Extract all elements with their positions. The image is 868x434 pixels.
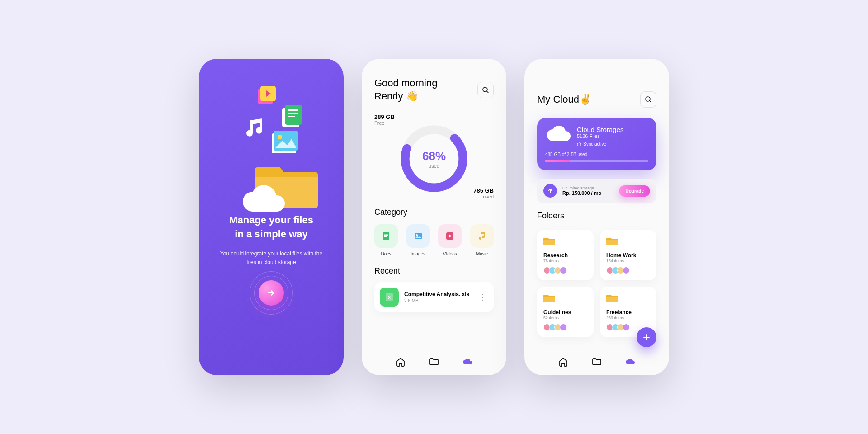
avatar <box>623 324 630 331</box>
mycloud-title: My Cloud✌️ <box>537 94 591 105</box>
recent-file-size: 2.6 MB <box>404 298 476 303</box>
category-icon <box>470 224 494 248</box>
onboarding-subtitle: You could integrate your local files wit… <box>217 250 326 267</box>
sync-icon <box>577 142 581 146</box>
upgrade-card: Unlimited storage Rp. 150.000 / mo Upgra… <box>537 179 656 203</box>
svg-point-2 <box>278 135 282 139</box>
nav-folder[interactable] <box>591 356 602 367</box>
dashboard-screen: Good morning Rendy 👋 289 GB Free 68% use… <box>362 59 506 375</box>
upgrade-button[interactable]: Upgrade <box>619 185 650 197</box>
svg-rect-25 <box>543 297 555 302</box>
category-label: Docs <box>381 251 392 256</box>
folder-count: 259 items <box>606 316 650 320</box>
folder-count: 78 items <box>543 259 587 263</box>
folder-name: Research <box>543 252 587 259</box>
folder-icon <box>606 236 618 246</box>
cloud-progress-bar <box>545 160 648 162</box>
category-music[interactable]: Music <box>470 224 494 256</box>
svg-rect-6 <box>285 105 302 125</box>
search-icon <box>482 86 489 94</box>
folder-name: Freelance <box>606 309 650 316</box>
bottom-nav <box>362 356 506 367</box>
category-icon <box>406 224 430 248</box>
upload-icon <box>543 184 557 198</box>
onboarding-title-line2: in a simple way <box>229 227 313 241</box>
upgrade-line1: Unlimited storage <box>562 186 601 190</box>
svg-rect-26 <box>606 297 618 302</box>
svg-rect-8 <box>288 113 298 114</box>
onboarding-title: Manage your files in a simple way <box>229 213 313 241</box>
doc-icon <box>282 105 303 128</box>
mycloud-screen: My Cloud✌️ Cloud Storages 5126 Files Syn… <box>524 59 669 375</box>
used-label: used <box>473 194 494 199</box>
category-videos[interactable]: VIdeos <box>438 224 462 256</box>
xls-icon: x <box>380 288 399 307</box>
avatar-stack <box>606 267 650 274</box>
nav-home[interactable] <box>558 356 569 367</box>
category-docs[interactable]: Docs <box>374 224 398 256</box>
storage-ring: 289 GB Free 68% used 785 GB used <box>374 113 494 204</box>
search-icon <box>645 96 652 103</box>
folder-card[interactable]: Home Work154 items <box>600 230 656 280</box>
folder-card[interactable]: Guidelines52 items <box>537 287 594 337</box>
used-value: 785 GB <box>473 187 494 194</box>
nav-cloud[interactable] <box>625 356 636 367</box>
svg-rect-15 <box>384 235 388 236</box>
category-icon <box>438 224 462 248</box>
upgrade-line2: Rp. 150.000 / mo <box>562 190 601 196</box>
nav-home[interactable] <box>395 356 406 367</box>
svg-rect-7 <box>288 109 298 111</box>
avatar <box>560 324 567 331</box>
bottom-nav <box>524 356 669 367</box>
category-images[interactable]: Images <box>406 224 430 256</box>
svg-rect-23 <box>543 240 555 245</box>
category-icon <box>374 224 398 248</box>
cloud-icon <box>545 126 571 143</box>
category-label: Music <box>476 251 488 256</box>
cloud-storage-card[interactable]: Cloud Storages 5126 Files Sync active 48… <box>537 118 656 170</box>
folder-icon <box>606 293 618 303</box>
greeting-line2: Rendy 👋 <box>374 90 437 103</box>
used-percent-label: used <box>422 163 446 169</box>
folder-count: 154 items <box>606 259 650 263</box>
category-label: Images <box>410 251 425 256</box>
svg-rect-13 <box>383 232 389 240</box>
nav-cloud[interactable] <box>462 356 473 367</box>
cloud-card-files: 5126 Files <box>577 133 623 139</box>
onboarding-screen: Manage your files in a simple way You co… <box>199 59 344 375</box>
sync-status: Sync active <box>577 142 623 146</box>
cloud-bar-label: 485 GB of 2 TB used <box>545 152 648 157</box>
folder-card[interactable]: Research78 items <box>537 230 594 280</box>
music-icon <box>244 118 266 137</box>
search-button[interactable] <box>640 91 656 108</box>
category-row: DocsImagesVIdeosMusic <box>374 224 494 256</box>
folder-icon <box>543 236 555 246</box>
free-label: Free <box>374 120 395 126</box>
nav-folder[interactable] <box>429 356 439 367</box>
recent-heading: Recent <box>374 266 494 276</box>
svg-rect-14 <box>384 234 388 235</box>
continue-button[interactable] <box>259 280 284 306</box>
avatar-stack <box>543 267 587 274</box>
recent-file-card[interactable]: x Competitive Analysis. xls 2.6 MB ⋮ <box>374 282 494 312</box>
free-value: 289 GB <box>374 113 395 120</box>
folder-name: Home Work <box>606 252 650 259</box>
play-icon <box>257 85 277 105</box>
category-heading: Category <box>374 208 494 217</box>
used-percent: 68% <box>422 149 446 163</box>
cloud-icon <box>237 185 287 217</box>
avatar <box>623 267 630 274</box>
category-label: VIdeos <box>443 251 457 256</box>
svg-rect-9 <box>288 116 295 117</box>
svg-text:x: x <box>388 295 391 300</box>
greeting: Good morning Rendy 👋 <box>374 77 437 103</box>
fab-add-button[interactable] <box>637 327 656 347</box>
folder-count: 52 items <box>543 316 587 320</box>
plus-icon <box>642 333 651 341</box>
more-button[interactable]: ⋮ <box>476 292 488 302</box>
search-button[interactable] <box>477 82 494 98</box>
svg-rect-24 <box>606 240 618 245</box>
image-icon <box>271 130 302 161</box>
onboarding-illustration <box>210 73 333 213</box>
avatar <box>560 267 567 274</box>
